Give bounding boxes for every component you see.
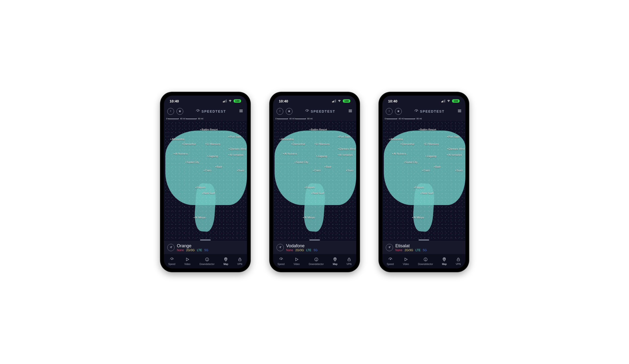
map-city-label: Badr: [324, 165, 332, 168]
legend: None 2G/3G LTE 5G: [177, 248, 210, 252]
favorites-button[interactable]: [176, 108, 183, 115]
tab-label: VPN: [456, 263, 461, 265]
map-city-label: Zagazig: [425, 155, 436, 157]
sheet-handle[interactable]: [200, 240, 211, 241]
map-city-label: Faiyum: [305, 186, 314, 189]
locate-button[interactable]: [386, 244, 393, 251]
sheet-handle[interactable]: [419, 240, 429, 241]
tab-label: Video: [294, 263, 300, 265]
phone-frame: 10:40 100 SPEEDTEST 0: [160, 92, 250, 272]
tab-vpn[interactable]: VPN: [346, 257, 351, 265]
tab-vpn[interactable]: VPN: [237, 257, 242, 265]
tab-label: Speed: [278, 263, 285, 265]
map-city-label: Al Nubaria: [392, 152, 406, 155]
locate-button[interactable]: [167, 244, 174, 251]
lock-icon: [456, 257, 461, 262]
svg-point-18: [389, 111, 389, 111]
legend-lte: LTE: [306, 248, 311, 252]
sheet-handle[interactable]: [309, 240, 320, 241]
menu-button[interactable]: [457, 109, 462, 115]
tab-map[interactable]: Map: [333, 257, 337, 265]
tab-label: Downdetector: [309, 263, 324, 265]
carrier-sheet[interactable]: Vodafone None 2G/3G LTE 5G: [273, 241, 356, 254]
map-city-label: Damanhur: [401, 142, 414, 145]
tab-downdetector[interactable]: Downdetector: [418, 257, 433, 265]
favorites-button[interactable]: [395, 108, 402, 115]
tab-video[interactable]: Video: [184, 257, 190, 265]
legend: None 2G/3G LTE 5G: [286, 248, 319, 252]
tab-speed[interactable]: Speed: [278, 257, 285, 265]
tab-downdetector[interactable]: Downdetector: [199, 257, 215, 265]
tab-bar: Speed Video Downdetector Map VPN: [382, 254, 465, 268]
gauge-icon: [388, 257, 393, 262]
info-button[interactable]: [277, 108, 283, 115]
locate-button[interactable]: [277, 244, 284, 251]
map-city-label: Qantara West: [338, 147, 356, 150]
nav-icon: [169, 245, 173, 250]
alert-icon: [423, 257, 428, 262]
legend-none: None: [395, 248, 403, 252]
coverage-map[interactable]: Baltim ResortAlexandriaPort SaidDamanhur…: [164, 121, 247, 241]
map-city-label: Damanhur: [182, 142, 196, 145]
carrier-sheet[interactable]: Orange None 2G/3G LTE 5G: [164, 241, 247, 254]
gauge-icon: [414, 109, 419, 114]
wifi-icon: [337, 99, 341, 103]
svg-marker-10: [288, 110, 290, 112]
legend-lte: LTE: [197, 248, 202, 252]
tab-label: Speed: [168, 263, 175, 265]
map-city-label: Alexandria: [389, 138, 403, 140]
map-city-label: Al Minya: [194, 216, 205, 219]
tab-label: Video: [403, 263, 409, 265]
map-city-label: Qantara West: [228, 147, 246, 150]
gauge-icon: [196, 109, 200, 114]
svg-point-6: [207, 260, 207, 261]
play-icon: [295, 257, 299, 262]
app-brand: SPEEDTEST: [414, 109, 445, 114]
tab-speed[interactable]: Speed: [387, 257, 394, 265]
legend-2g3g: 2G/3G: [186, 248, 195, 252]
map-city-label: Cairo: [422, 169, 430, 172]
app-screen: 10:40 100 SPEEDTEST 0: [382, 96, 465, 268]
favorites-button[interactable]: [286, 108, 293, 115]
carrier-sheet[interactable]: Etisalat None 2G/3G LTE 5G: [382, 241, 465, 254]
tab-label: Map: [442, 263, 447, 265]
scale-mid: 40 mi: [180, 118, 185, 120]
carrier-name: Orange: [177, 243, 210, 248]
nav-icon: [279, 245, 282, 250]
status-time: 10:40: [170, 99, 179, 103]
tab-video[interactable]: Video: [294, 257, 300, 265]
tab-speed[interactable]: Speed: [168, 257, 175, 265]
tab-map[interactable]: Map: [224, 257, 228, 265]
tab-label: Map: [333, 263, 337, 265]
map-scale: 0 40 mi 80 mi: [273, 117, 356, 121]
gauge-icon: [305, 109, 309, 114]
coverage-map[interactable]: Baltim ResortAlexandriaPort SaidDamanhur…: [273, 121, 356, 241]
svg-marker-4: [186, 258, 189, 261]
menu-icon: [239, 110, 244, 114]
cellular-icon: [332, 100, 336, 102]
coverage-map[interactable]: Baltim ResortAlexandriaPort SaidDamanhur…: [382, 121, 465, 241]
scale-start: 0: [276, 118, 277, 120]
svg-point-16: [335, 258, 336, 259]
play-icon: [404, 257, 408, 262]
carrier-name: Etisalat: [395, 243, 428, 248]
info-button[interactable]: [386, 108, 393, 115]
carrier-name: Vodafone: [286, 243, 319, 248]
menu-button[interactable]: [348, 109, 353, 115]
svg-rect-8: [238, 259, 241, 261]
menu-button[interactable]: [239, 109, 244, 115]
legend-2g3g: 2G/3G: [296, 248, 304, 252]
star-icon: [397, 110, 400, 114]
info-button[interactable]: [167, 108, 174, 115]
nav-icon: [388, 245, 391, 250]
svg-marker-1: [178, 110, 181, 112]
tab-map[interactable]: Map: [442, 257, 447, 265]
scale-mid: 40 mi: [399, 118, 404, 120]
tab-downdetector[interactable]: Downdetector: [309, 257, 324, 265]
wifi-icon: [447, 99, 451, 103]
tab-video[interactable]: Video: [403, 257, 409, 265]
pin-icon: [333, 257, 337, 262]
tab-vpn[interactable]: VPN: [456, 257, 461, 265]
legend-2g3g: 2G/3G: [405, 248, 413, 252]
info-icon: [169, 110, 172, 114]
